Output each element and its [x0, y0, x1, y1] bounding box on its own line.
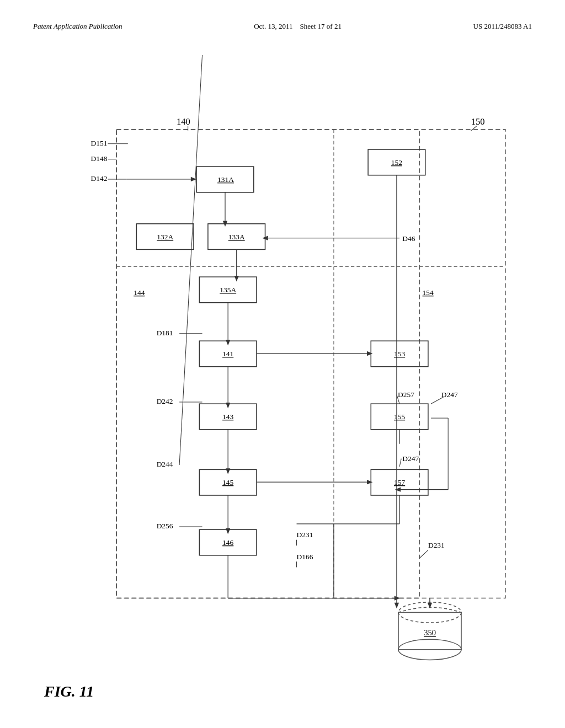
svg-marker-22 — [395, 603, 399, 608]
svg-marker-32 — [367, 351, 372, 356]
header-publication: Patent Application Publication — [33, 22, 122, 31]
patent-page: Patent Application Publication Oct. 13, … — [0, 0, 565, 728]
box-157: 157 — [394, 478, 405, 486]
box-133A: 133A — [228, 233, 245, 241]
label-140: 140 — [177, 116, 190, 127]
label-D181: D181 — [157, 329, 173, 337]
label-D151: D151 — [90, 139, 107, 147]
label-D166: D166 — [297, 553, 313, 561]
label-D231-left: D231 — [297, 531, 313, 539]
box-131A: 131A — [217, 175, 234, 184]
box-153: 153 — [394, 350, 405, 358]
label-154: 154 — [423, 288, 434, 297]
svg-marker-53 — [367, 480, 372, 484]
diagram-svg: 140 150 D151 D148 D142 131A — [33, 55, 543, 684]
page-header: Patent Application Publication Oct. 13, … — [33, 22, 532, 31]
box-132A: 132A — [157, 233, 173, 241]
label-D244: D244 — [157, 460, 173, 468]
header-patent-number: US 2011/248083 A1 — [473, 22, 532, 31]
box-145: 145 — [222, 478, 233, 486]
label-D247-bot: D247 — [402, 454, 419, 463]
box-141: 141 — [222, 350, 233, 358]
header-date: Oct. 13, 2011 — [254, 22, 292, 30]
svg-rect-1 — [116, 130, 505, 598]
label-D247-top: D247 — [441, 390, 458, 399]
label-D256: D256 — [157, 522, 173, 530]
svg-line-39 — [431, 397, 444, 404]
svg-marker-65 — [395, 596, 400, 600]
header-sheet: Sheet 17 of 21 — [300, 22, 341, 30]
diagram-area: 140 150 D151 D148 D142 131A — [33, 55, 543, 684]
box-152: 152 — [391, 158, 402, 167]
figure-label: FIG. 11 — [44, 683, 94, 700]
label-D231-right: D231 — [428, 541, 445, 549]
label-D242: D242 — [157, 397, 173, 405]
label-350: 350 — [424, 628, 436, 637]
label-D257: D257 — [398, 390, 414, 399]
header-date-sheet: Oct. 13, 2011 Sheet 17 of 21 — [254, 22, 342, 31]
label-144: 144 — [134, 288, 145, 297]
svg-line-61 — [419, 550, 428, 558]
svg-marker-49 — [395, 487, 401, 491]
label-D148: D148 — [90, 154, 107, 163]
label-D142: D142 — [90, 174, 107, 183]
label-D46: D46 — [402, 234, 415, 243]
box-155: 155 — [394, 413, 405, 421]
box-146: 146 — [222, 538, 233, 547]
svg-line-41 — [399, 459, 401, 467]
box-135A: 135A — [220, 286, 236, 294]
box-143: 143 — [222, 413, 233, 421]
label-150: 150 — [471, 116, 485, 127]
svg-line-54 — [334, 444, 368, 482]
